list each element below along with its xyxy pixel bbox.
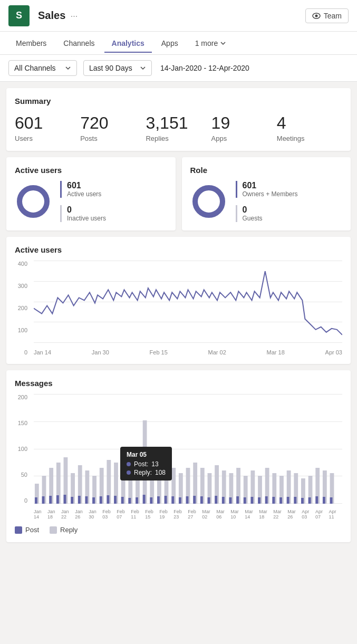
svg-rect-70 xyxy=(193,496,196,504)
line-chart-area: 400 300 200 100 0 Jan 14 xyxy=(15,261,342,355)
members-label: Owners + Members xyxy=(243,190,298,198)
svg-rect-86 xyxy=(308,497,311,504)
tab-apps[interactable]: Apps xyxy=(154,34,186,53)
active-label: Active users xyxy=(67,190,106,198)
summary-card: Summary 601 Users 720 Posts 3,151 Replie… xyxy=(6,88,351,151)
tooltip-reply-label: Reply: xyxy=(134,469,152,476)
filter-bar: All Channels Last 90 Days 14-Jan-2020 - … xyxy=(0,55,357,82)
legend-post: Post xyxy=(15,526,39,534)
team-button[interactable]: Team xyxy=(305,8,349,23)
tab-members[interactable]: Members xyxy=(8,34,54,53)
chevron-down-icon xyxy=(220,40,226,46)
bar-y-150: 150 xyxy=(15,420,27,426)
bar-y-50: 50 xyxy=(15,472,27,478)
inactive-label: Inactive users xyxy=(67,215,106,222)
svg-rect-73 xyxy=(215,496,217,504)
role-donut-section: 601 Owners + Members 0 Guests xyxy=(190,181,343,222)
bar-x-label: Jan 14 xyxy=(34,509,47,520)
stat-apps: 19 Apps xyxy=(211,114,277,142)
members-count: 601 xyxy=(243,181,298,190)
svg-rect-79 xyxy=(258,497,260,504)
x-label-apr03: Apr 03 xyxy=(325,349,342,355)
stat-replies-value: 3,151 xyxy=(146,114,211,132)
bar-x-label: Apr 07 xyxy=(315,509,329,520)
bar-y-200: 200 xyxy=(15,394,27,400)
tab-channels[interactable]: Channels xyxy=(56,34,102,53)
stat-posts: 720 Posts xyxy=(80,114,146,142)
eye-icon xyxy=(312,12,321,20)
summary-title: Summary xyxy=(15,97,342,105)
svg-rect-88 xyxy=(323,497,325,504)
svg-rect-54 xyxy=(78,496,81,504)
legend-post-label: Post xyxy=(25,526,39,534)
stat-apps-label: Apps xyxy=(211,134,277,142)
bar-x-label: Mar 22 xyxy=(273,509,287,520)
svg-rect-80 xyxy=(265,496,268,504)
channel-filter[interactable]: All Channels xyxy=(8,60,77,76)
stat-meetings-value: 4 xyxy=(277,114,342,132)
bar-x-label: Jan 22 xyxy=(61,509,75,520)
svg-point-3 xyxy=(20,188,47,215)
app-header: S Sales ··· Team xyxy=(0,0,357,32)
chevron-down-icon xyxy=(140,65,146,71)
inactive-count: 0 xyxy=(67,205,106,215)
svg-rect-50 xyxy=(49,496,52,504)
stat-replies: 3,151 Replies xyxy=(146,114,211,142)
main-content: Summary 601 Users 720 Posts 3,151 Replie… xyxy=(0,82,357,549)
svg-rect-49 xyxy=(42,496,45,504)
line-chart-svg xyxy=(34,261,342,343)
period-filter[interactable]: Last 90 Days xyxy=(83,60,152,76)
svg-rect-57 xyxy=(100,496,102,504)
active-users-donut xyxy=(15,183,52,220)
svg-rect-48 xyxy=(35,497,37,504)
bar-x-label: Jan 18 xyxy=(47,509,61,520)
bar-x-label: Mar 06 xyxy=(216,509,230,520)
svg-point-5 xyxy=(195,188,223,215)
bar-x-label: Jan 26 xyxy=(75,509,89,520)
svg-rect-64 xyxy=(150,497,152,504)
svg-rect-83 xyxy=(287,497,290,504)
bar-y-0: 0 xyxy=(15,497,27,504)
role-donut-legend: 601 Owners + Members 0 Guests xyxy=(236,181,298,222)
role-card: Role 601 Owners + Members 0 Guests xyxy=(182,157,351,230)
tooltip-date: Mar 05 xyxy=(127,451,166,458)
tooltip-post-row: Post: 13 xyxy=(127,460,166,468)
stat-posts-label: Posts xyxy=(80,134,146,142)
svg-rect-58 xyxy=(107,495,109,504)
svg-rect-61 xyxy=(128,498,131,504)
date-range-label: 14-Jan-2020 - 12-Apr-2020 xyxy=(160,64,249,72)
bar-x-label: Feb 23 xyxy=(173,509,188,520)
bar-x-label: Feb 03 xyxy=(102,509,117,520)
bar-chart-card: Messages 200 150 100 50 0 xyxy=(6,370,351,542)
bar-y-100: 100 xyxy=(15,446,27,452)
y-label-100: 100 xyxy=(15,327,27,333)
active-users-donut-section: 601 Active users 0 Inactive users xyxy=(15,181,167,222)
bar-x-label: Feb 15 xyxy=(145,509,159,520)
chart-plot xyxy=(34,261,342,343)
line-chart-card: Active users 400 300 200 100 0 xyxy=(6,237,351,364)
tab-more[interactable]: 1 more xyxy=(188,34,234,53)
legend-reply-box xyxy=(50,526,57,534)
x-label-feb15: Feb 15 xyxy=(150,349,168,355)
legend-reply-label: Reply xyxy=(60,526,78,534)
stat-users: 601 Users xyxy=(15,114,80,142)
svg-rect-67 xyxy=(171,496,174,504)
svg-rect-51 xyxy=(56,495,59,504)
stat-users-label: Users xyxy=(15,134,80,142)
legend-reply: Reply xyxy=(50,526,78,534)
tab-analytics[interactable]: Analytics xyxy=(104,34,152,53)
x-label-mar02: Mar 02 xyxy=(208,349,226,355)
bar-chart-legend: Post Reply xyxy=(15,526,342,534)
svg-rect-87 xyxy=(315,496,318,504)
team-avatar: S xyxy=(8,5,30,26)
y-label-300: 300 xyxy=(15,283,27,289)
svg-rect-76 xyxy=(236,496,239,504)
bar-x-label: Apr 11 xyxy=(329,509,342,520)
active-users-title: Active users xyxy=(15,166,167,175)
bar-x-label: Apr 03 xyxy=(302,509,315,520)
bar-x-label: Feb 07 xyxy=(117,509,131,520)
svg-rect-75 xyxy=(229,497,232,504)
guests-count: 0 xyxy=(243,205,298,215)
svg-rect-52 xyxy=(64,495,66,504)
bar-x-label: Feb 27 xyxy=(188,509,202,520)
